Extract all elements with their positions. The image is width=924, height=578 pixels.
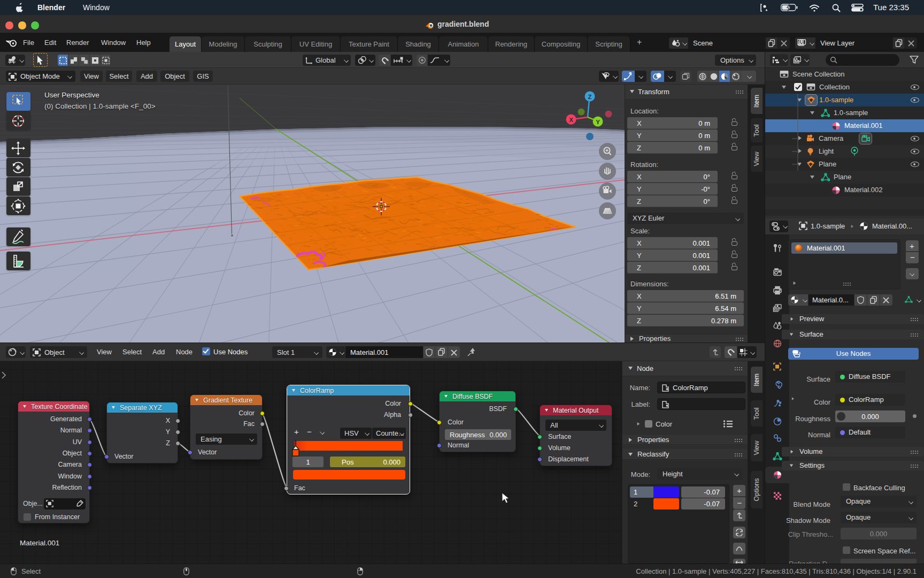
svg-text:Y: Y [596, 119, 600, 125]
svg-text:X: X [569, 117, 573, 123]
svg-text:Z: Z [588, 94, 591, 100]
